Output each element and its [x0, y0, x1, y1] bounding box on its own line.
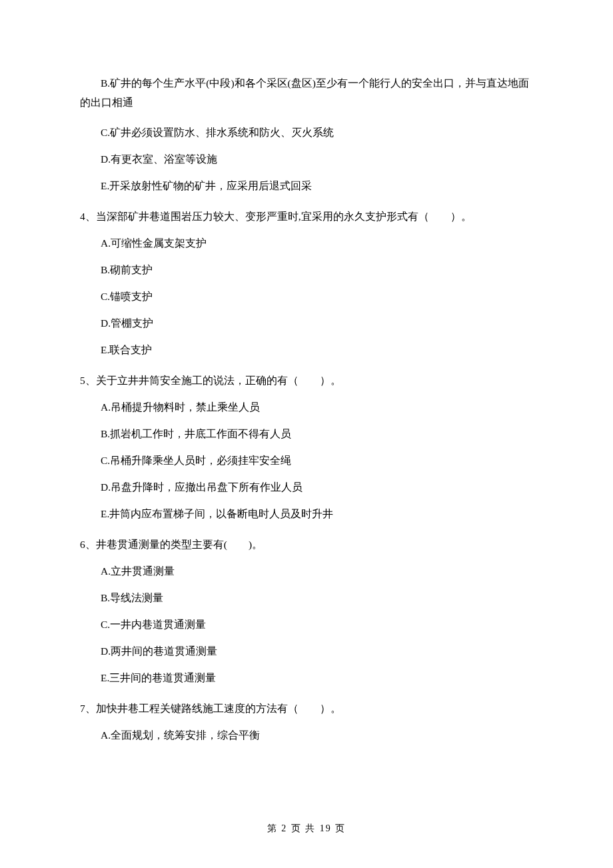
q5-stem: 5、关于立井井筒安全施工的说法，正确的有（ ）。: [80, 373, 533, 389]
q4-option-b: B.砌前支护: [80, 262, 533, 278]
q6-option-d: D.两井间的巷道贯通测量: [80, 643, 533, 659]
q3-option-d: D.有更衣室、浴室等设施: [80, 151, 533, 167]
q3-option-b: B.矿井的每个生产水平(中段)和各个采区(盘区)至少有一个能行人的安全出口，并与…: [80, 73, 533, 113]
q6-option-e: E.三井间的巷道贯通测量: [80, 670, 533, 686]
q7-stem: 7、加快井巷工程关键路线施工速度的方法有（ ）。: [80, 701, 533, 717]
q4-stem: 4、当深部矿井巷道围岩压力较大、变形严重时,宜采用的永久支护形式有（ ）。: [80, 209, 533, 225]
q6-option-c: C.一井内巷道贯通测量: [80, 617, 533, 633]
q4-option-d: D.管棚支护: [80, 315, 533, 331]
q6-option-b: B.导线法测量: [80, 590, 533, 606]
q3-option-c: C.矿井必须设置防水、排水系统和防火、灭火系统: [80, 125, 533, 141]
q3-option-e: E.开采放射性矿物的矿井，应采用后退式回采: [80, 178, 533, 194]
q5-option-d: D.吊盘升降时，应撤出吊盘下所有作业人员: [80, 479, 533, 495]
q5-option-b: B.抓岩机工作时，井底工作面不得有人员: [80, 426, 533, 442]
q4-option-a: A.可缩性金属支架支护: [80, 235, 533, 251]
q7-option-a: A.全面规划，统筹安排，综合平衡: [80, 727, 533, 743]
q5-option-e: E.井筒内应布置梯子间，以备断电时人员及时升井: [80, 506, 533, 522]
q6-stem: 6、井巷贯通测量的类型主要有( )。: [80, 537, 533, 553]
q5-option-c: C.吊桶升降乘坐人员时，必须挂牢安全绳: [80, 453, 533, 469]
q4-option-e: E.联合支护: [80, 342, 533, 358]
page-footer: 第 2 页 共 19 页: [0, 823, 613, 835]
q5-option-a: A.吊桶提升物料时，禁止乘坐人员: [80, 399, 533, 415]
q4-option-c: C.锚喷支护: [80, 289, 533, 305]
page-content: B.矿井的每个生产水平(中段)和各个采区(盘区)至少有一个能行人的安全出口，并与…: [0, 0, 613, 743]
q6-option-a: A.立井贯通测量: [80, 563, 533, 579]
